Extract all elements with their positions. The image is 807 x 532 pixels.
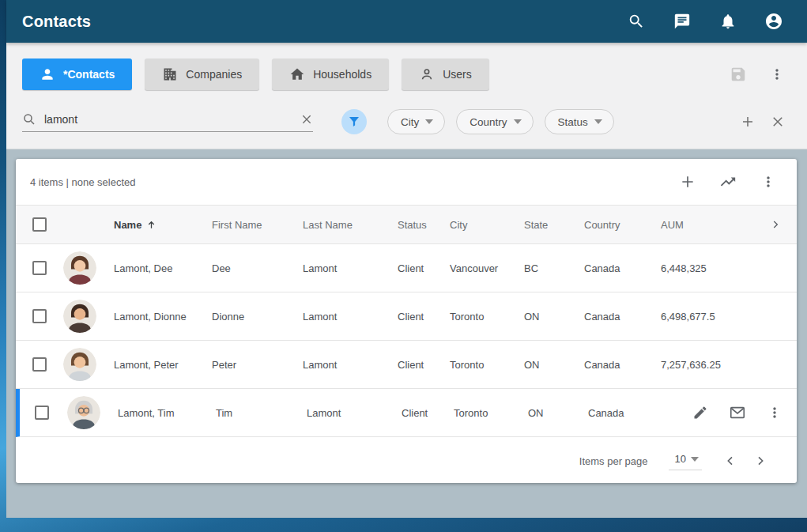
chevron-down-icon bbox=[691, 457, 699, 462]
row-more-icon[interactable] bbox=[767, 405, 782, 421]
selection-summary: 4 items | none selected bbox=[30, 176, 135, 188]
cell-first-name: Dee bbox=[212, 262, 303, 274]
table-row[interactable]: Lamont, Tim Tim Lamont Client Toronto ON… bbox=[16, 389, 797, 437]
table-header-row: Name First Name Last Name Status City St… bbox=[16, 205, 797, 244]
tab-users[interactable]: Users bbox=[402, 58, 489, 90]
avatar bbox=[67, 396, 118, 429]
tab-companies-label: Companies bbox=[186, 68, 242, 81]
account-circle-icon[interactable] bbox=[764, 12, 783, 31]
filter-funnel-icon bbox=[347, 115, 361, 129]
email-envelope-icon[interactable] bbox=[729, 404, 746, 421]
chip-city-label: City bbox=[401, 116, 419, 128]
page-size-select[interactable]: 10 bbox=[669, 451, 702, 470]
column-name[interactable]: Name bbox=[114, 219, 212, 231]
chevron-down-icon bbox=[514, 119, 522, 124]
row-hover-actions bbox=[692, 389, 786, 436]
home-icon bbox=[289, 66, 305, 82]
column-country[interactable]: Country bbox=[584, 219, 661, 231]
table-row[interactable]: Lamont, Peter Peter Lamont Client Toront… bbox=[16, 341, 797, 389]
table-body: Lamont, Dee Dee Lamont Client Vancouver … bbox=[16, 244, 797, 439]
trending-chart-icon[interactable] bbox=[719, 173, 737, 191]
column-status[interactable]: Status bbox=[398, 219, 450, 231]
column-state[interactable]: State bbox=[524, 219, 584, 231]
items-per-page-label: Items per page bbox=[579, 455, 648, 467]
cell-first-name: Dionne bbox=[212, 311, 303, 323]
row-checkbox[interactable] bbox=[35, 406, 49, 420]
scroll-columns-right-icon[interactable] bbox=[770, 219, 781, 230]
edit-pencil-icon[interactable] bbox=[692, 405, 708, 421]
tab-contacts[interactable]: *Contacts bbox=[22, 58, 132, 90]
table-row[interactable]: Lamont, Dee Dee Lamont Client Vancouver … bbox=[16, 244, 797, 292]
app-window: Contacts *Contacts bbox=[6, 0, 807, 518]
page-size-value: 10 bbox=[675, 453, 686, 465]
bell-icon[interactable] bbox=[718, 12, 737, 31]
person-icon bbox=[40, 66, 55, 82]
cell-country: Canada bbox=[588, 407, 665, 419]
row-checkbox[interactable] bbox=[32, 309, 47, 323]
column-city[interactable]: City bbox=[450, 219, 524, 231]
tab-companies[interactable]: Companies bbox=[145, 58, 259, 90]
cell-first-name: Tim bbox=[216, 407, 307, 419]
cell-state: ON bbox=[524, 311, 584, 323]
cell-aum: 7,257,636.25 bbox=[661, 359, 754, 371]
company-icon bbox=[162, 66, 178, 82]
pagination: Items per page 10 bbox=[16, 439, 797, 483]
cell-last-name: Lamont bbox=[303, 311, 398, 323]
contacts-table-card: 4 items | none selected N bbox=[16, 159, 797, 483]
table-toolbar-actions bbox=[680, 173, 776, 191]
search-icon[interactable] bbox=[627, 12, 646, 31]
previous-page-icon[interactable] bbox=[724, 455, 737, 467]
cell-country: Canada bbox=[584, 262, 661, 274]
cell-state: ON bbox=[524, 359, 584, 371]
cell-last-name: Lamont bbox=[303, 262, 398, 274]
search-input[interactable] bbox=[44, 113, 300, 126]
filter-panel: *Contacts Companies Households Users bbox=[6, 43, 807, 149]
chip-city[interactable]: City bbox=[387, 109, 445, 134]
cell-name: Lamont, Peter bbox=[114, 359, 212, 371]
user-outline-icon bbox=[419, 66, 435, 82]
cell-name: Lamont, Tim bbox=[118, 407, 216, 419]
filter-button[interactable] bbox=[341, 109, 367, 134]
add-filter-icon[interactable] bbox=[741, 115, 755, 129]
table-more-icon[interactable] bbox=[760, 174, 776, 190]
filter-chips: City Country Status bbox=[387, 109, 614, 134]
cell-name: Lamont, Dee bbox=[114, 262, 212, 274]
add-contact-icon[interactable] bbox=[680, 174, 696, 190]
column-last-name[interactable]: Last Name bbox=[303, 219, 398, 231]
cell-status: Client bbox=[398, 359, 450, 371]
column-aum[interactable]: AUM bbox=[661, 219, 754, 231]
pager-controls bbox=[724, 455, 767, 467]
row-checkbox[interactable] bbox=[32, 357, 47, 372]
next-page-icon[interactable] bbox=[754, 455, 767, 467]
close-filters-icon[interactable] bbox=[771, 115, 785, 129]
cell-city: Toronto bbox=[450, 311, 524, 323]
cell-aum: 6,448,325 bbox=[661, 262, 754, 274]
row-checkbox[interactable] bbox=[32, 261, 47, 275]
app-bar: Contacts bbox=[6, 0, 807, 43]
filter-row-actions bbox=[741, 115, 791, 129]
avatar bbox=[63, 251, 114, 285]
select-all-checkbox[interactable] bbox=[32, 217, 47, 232]
cell-first-name: Peter bbox=[212, 359, 303, 371]
cell-state: ON bbox=[528, 407, 588, 419]
clear-search-icon[interactable] bbox=[300, 113, 313, 126]
tab-users-label: Users bbox=[443, 68, 472, 81]
column-first-name[interactable]: First Name bbox=[212, 219, 303, 231]
chip-status-label: Status bbox=[558, 116, 588, 128]
cell-status: Client bbox=[398, 311, 450, 323]
chip-country[interactable]: Country bbox=[456, 109, 533, 134]
save-view-icon[interactable] bbox=[730, 66, 747, 83]
table-row[interactable]: Lamont, Dionne Dionne Lamont Client Toro… bbox=[16, 292, 797, 341]
page-title: Contacts bbox=[22, 13, 91, 31]
chat-icon[interactable] bbox=[673, 12, 692, 31]
chevron-down-icon bbox=[425, 119, 433, 124]
cell-aum: 6,498,677.5 bbox=[661, 311, 754, 323]
cell-last-name: Lamont bbox=[307, 407, 402, 419]
search-small-icon bbox=[22, 112, 36, 126]
cell-name: Lamont, Dionne bbox=[114, 311, 212, 323]
chevron-down-icon bbox=[594, 119, 602, 124]
tab-households[interactable]: Households bbox=[272, 58, 389, 90]
chip-status[interactable]: Status bbox=[545, 109, 614, 134]
tab-contacts-label: *Contacts bbox=[63, 68, 115, 81]
more-options-icon[interactable] bbox=[769, 66, 785, 82]
